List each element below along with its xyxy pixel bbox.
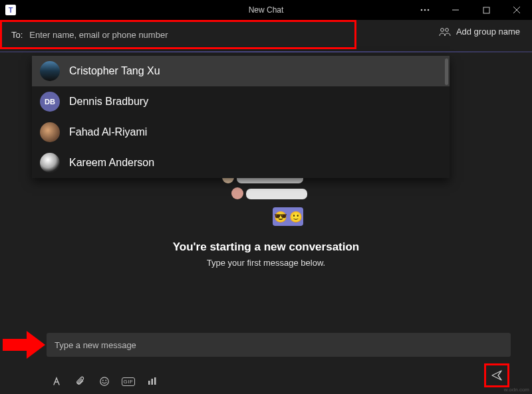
attach-icon[interactable] <box>74 375 86 387</box>
avatar: DB <box>40 92 60 112</box>
watermark: w.odn.com <box>504 387 529 393</box>
svg-rect-4 <box>483 7 489 13</box>
close-button[interactable] <box>501 0 532 20</box>
suggestion-item[interactable]: DB Dennis Bradbury <box>32 86 450 117</box>
divider <box>0 51 532 52</box>
emoji-icon-button[interactable] <box>98 375 110 387</box>
avatar <box>40 122 60 142</box>
message-input[interactable] <box>55 340 503 350</box>
svg-point-10 <box>102 380 104 381</box>
titlebar: T New Chat <box>0 0 532 20</box>
suggestions-dropdown: Cristopher Tang Xu DB Dennis Bradbury Fa… <box>32 56 450 178</box>
svg-point-1 <box>424 9 426 11</box>
suggestion-item[interactable]: Fahad Al-Riyami <box>32 117 450 148</box>
suggestion-name: Fahad Al-Riyami <box>69 126 147 138</box>
svg-point-8 <box>445 28 448 31</box>
more-button[interactable] <box>410 0 440 20</box>
avatar <box>40 153 60 173</box>
minimize-button[interactable] <box>440 0 471 20</box>
compose-actions: GIF <box>51 375 158 387</box>
suggestion-name: Cristopher Tang Xu <box>69 65 160 77</box>
emoji-icon: 🙂 <box>289 211 303 223</box>
add-group-name-label: Add group name <box>456 27 520 37</box>
format-icon[interactable] <box>51 375 63 387</box>
gif-icon[interactable]: GIF <box>122 375 134 387</box>
suggestion-item[interactable]: Cristopher Tang Xu <box>32 56 450 86</box>
send-icon <box>491 369 503 381</box>
svg-rect-14 <box>154 377 156 385</box>
window-title: New Chat <box>249 5 284 15</box>
svg-point-7 <box>440 28 444 31</box>
annotation-arrow <box>3 331 47 359</box>
avatar <box>40 61 60 81</box>
send-button[interactable] <box>484 363 509 387</box>
to-field-row: To: <box>0 20 356 49</box>
maximize-button[interactable] <box>471 0 501 20</box>
svg-point-9 <box>100 377 108 385</box>
scrollbar[interactable] <box>445 58 448 85</box>
headline: You're starting a new conversation <box>0 241 532 254</box>
to-input[interactable] <box>29 30 345 40</box>
to-label: To: <box>11 30 23 40</box>
group-icon <box>439 27 451 37</box>
svg-point-2 <box>428 9 430 11</box>
svg-rect-12 <box>148 381 150 385</box>
emoji-icon: 😎 <box>274 211 287 223</box>
suggestion-name: Dennis Bradbury <box>69 96 148 108</box>
suggestion-name: Kareem Anderson <box>69 157 154 169</box>
compose-box <box>47 333 511 357</box>
svg-point-11 <box>105 380 106 381</box>
svg-rect-13 <box>152 379 154 385</box>
suggestion-item[interactable]: Kareem Anderson <box>32 148 450 178</box>
illustration: 😎 🙂 <box>219 173 313 226</box>
teams-icon: T <box>5 5 16 15</box>
add-group-name-button[interactable]: Add group name <box>439 27 520 37</box>
svg-point-0 <box>421 9 423 11</box>
sticker-icon[interactable] <box>146 375 158 387</box>
subline: Type your first message below. <box>0 258 532 268</box>
